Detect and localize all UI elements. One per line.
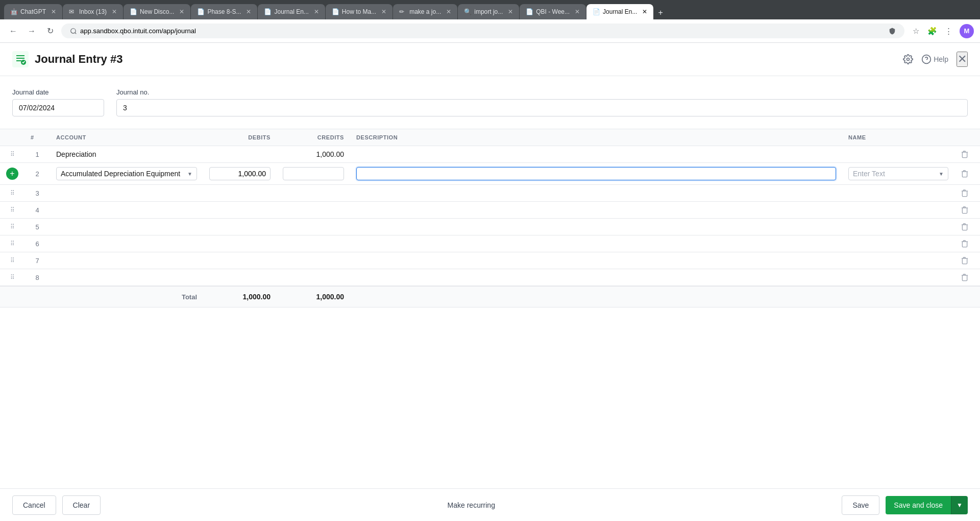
forward-button[interactable]: →	[24, 24, 39, 38]
delete-cell-4[interactable]	[954, 202, 980, 219]
drag-handle-3[interactable]: ⠿	[6, 190, 18, 197]
tab-journalentry1-close[interactable]: ✕	[314, 8, 319, 15]
tab-phase8[interactable]: 📄 Phase 8-S... ✕	[191, 4, 257, 19]
form-row: Journal date Journal no.	[12, 88, 968, 116]
extensions-icon[interactable]: 🧩	[925, 24, 939, 38]
tab-chatgpt-close[interactable]: ✕	[51, 8, 56, 15]
account-cell-6[interactable]	[50, 235, 203, 252]
delete-row-6-button[interactable]	[961, 240, 969, 248]
new-tab-button[interactable]: +	[654, 6, 667, 19]
journal-no-input[interactable]	[116, 99, 968, 116]
add-row-button[interactable]: +	[6, 168, 18, 180]
make-recurring-link[interactable]: Make recurring	[448, 501, 495, 509]
more-icon[interactable]: ⋮	[941, 24, 955, 38]
tab-importjo[interactable]: 🔍 import jo... ✕	[458, 4, 519, 19]
delete-row-2-button[interactable]	[961, 170, 969, 178]
tab-inbox-close[interactable]: ✕	[112, 8, 117, 15]
drag-handle-8[interactable]: ⠿	[6, 274, 18, 281]
journal-date-input[interactable]	[12, 99, 104, 116]
col-header-account: ACCOUNT	[50, 129, 203, 146]
table-row: ⠿ 4	[0, 202, 980, 219]
account-cell-8[interactable]	[50, 269, 203, 287]
drag-handle-5[interactable]: ⠿	[6, 223, 18, 230]
svg-point-0	[71, 28, 76, 33]
settings-button[interactable]	[903, 54, 913, 64]
delete-cell-2[interactable]	[954, 163, 980, 185]
delete-cell-5[interactable]	[954, 219, 980, 235]
drag-handle-7[interactable]: ⠿	[6, 257, 18, 264]
save-close-main-button[interactable]: Save and close	[886, 496, 951, 514]
drag-cell-2[interactable]: +	[0, 163, 24, 185]
description-input-2[interactable]	[356, 167, 836, 180]
account-select-2[interactable]: Accumulated Depreciation Equipment Depre…	[61, 170, 185, 178]
account-cell-3[interactable]	[50, 185, 203, 202]
drag-cell-8[interactable]: ⠿	[0, 269, 24, 287]
bookmark-icon[interactable]: ☆	[909, 24, 923, 38]
delete-row-4-button[interactable]	[961, 206, 969, 214]
save-button[interactable]: Save	[842, 495, 879, 515]
tab-makea[interactable]: ✏ make a jo... ✕	[393, 4, 457, 19]
account-cell-5[interactable]	[50, 219, 203, 235]
tab-makea-close[interactable]: ✕	[446, 8, 451, 15]
account-cell-7[interactable]	[50, 252, 203, 269]
delete-row-3-button[interactable]	[961, 189, 969, 197]
account-select-container-2[interactable]: Accumulated Depreciation Equipment Depre…	[56, 167, 197, 180]
description-cell-4	[350, 202, 842, 219]
delete-cell-6[interactable]	[954, 235, 980, 252]
debits-cell-2[interactable]	[203, 163, 277, 185]
name-cell-8	[842, 269, 954, 287]
clear-button[interactable]: Clear	[62, 495, 101, 515]
delete-cell-3[interactable]	[954, 185, 980, 202]
drag-cell-7[interactable]: ⠿	[0, 252, 24, 269]
save-close-arrow-button[interactable]: ▼	[951, 496, 968, 514]
drag-cell-5[interactable]: ⠿	[0, 219, 24, 235]
tab-phase8-close[interactable]: ✕	[246, 8, 251, 15]
close-button[interactable]: ✕	[957, 52, 968, 67]
drag-cell-4[interactable]: ⠿	[0, 202, 24, 219]
delete-cell-1[interactable]	[954, 146, 980, 163]
name-cell-2[interactable]: Enter Text ▼	[842, 163, 954, 185]
tab-journalentry2[interactable]: 📄 Journal En... ✕	[586, 4, 653, 19]
tab-qbi[interactable]: 📄 QBI - Wee... ✕	[520, 4, 586, 19]
debits-input-2[interactable]	[209, 167, 271, 180]
tab-howto-close[interactable]: ✕	[381, 8, 386, 15]
delete-row-1-button[interactable]	[961, 150, 969, 158]
delete-row-8-button[interactable]	[961, 273, 969, 281]
reload-button[interactable]: ↻	[43, 24, 57, 38]
drag-handle-6[interactable]: ⠿	[6, 240, 18, 247]
delete-row-5-button[interactable]	[961, 223, 969, 231]
drag-cell-1[interactable]: ⠿	[0, 146, 24, 163]
credits-cell-2[interactable]	[277, 163, 350, 185]
tab-inbox[interactable]: ✉ Inbox (13) ✕	[63, 4, 123, 19]
delete-row-7-button[interactable]	[961, 256, 969, 265]
debits-cell-1	[203, 146, 277, 163]
tab-howto[interactable]: 📄 How to Ma... ✕	[326, 4, 393, 19]
drag-handle-4[interactable]: ⠿	[6, 206, 18, 214]
back-button[interactable]: ←	[6, 24, 20, 38]
tab-newdisco-close[interactable]: ✕	[179, 8, 184, 15]
address-bar[interactable]	[61, 23, 904, 38]
profile-avatar[interactable]: M	[960, 24, 974, 38]
tab-journalentry1[interactable]: 📄 Journal En... ✕	[258, 4, 325, 19]
delete-cell-8[interactable]	[954, 269, 980, 287]
delete-cell-7[interactable]	[954, 252, 980, 269]
tab-journalentry2-close[interactable]: ✕	[642, 8, 647, 15]
url-input[interactable]	[80, 27, 886, 35]
drag-cell-6[interactable]: ⠿	[0, 235, 24, 252]
description-cell-2[interactable]	[350, 163, 842, 185]
help-button[interactable]: Help	[921, 54, 948, 64]
name-select-container-2[interactable]: Enter Text ▼	[848, 167, 948, 180]
account-cell-4[interactable]	[50, 202, 203, 219]
tab-importjo-close[interactable]: ✕	[508, 8, 513, 15]
cancel-button[interactable]: Cancel	[12, 495, 56, 515]
drag-handle-1[interactable]: ⠿	[6, 151, 18, 158]
tab-newdisco[interactable]: 📄 New Disco... ✕	[124, 4, 190, 19]
table-row: ⠿ 7	[0, 252, 980, 269]
name-select-2[interactable]: Enter Text	[853, 170, 937, 178]
drag-cell-3[interactable]: ⠿	[0, 185, 24, 202]
credits-input-2[interactable]	[283, 167, 344, 180]
tab-chatgpt[interactable]: 🤖 ChatGPT ✕	[4, 4, 62, 19]
description-cell-7	[350, 252, 842, 269]
tab-journalentry1-title: Journal En...	[274, 8, 308, 15]
tab-qbi-close[interactable]: ✕	[575, 8, 580, 15]
